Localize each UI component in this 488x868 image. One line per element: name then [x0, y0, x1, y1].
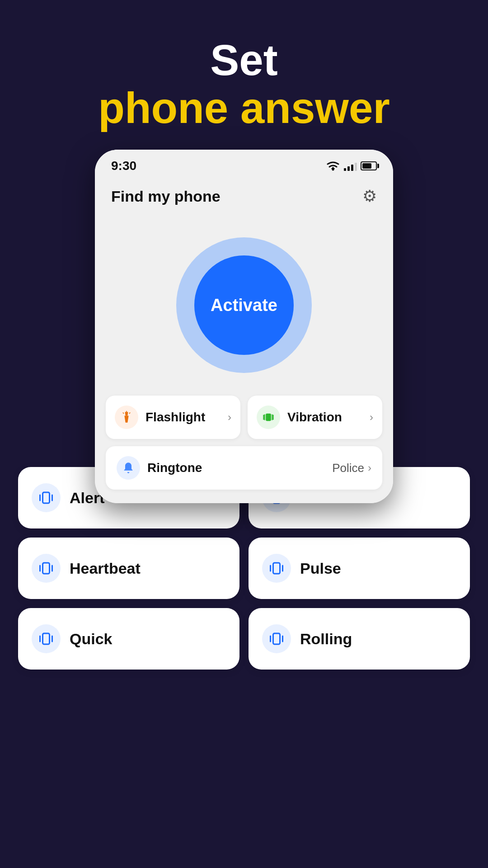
heartbeat-vibrate-icon: [38, 560, 54, 576]
flashlight-card[interactable]: Flashlight ›: [106, 396, 240, 439]
header-section: Set phone answer: [0, 0, 488, 150]
vibration-label: Vibration: [287, 410, 370, 425]
status-time: 9:30: [111, 159, 136, 173]
quick-icon-bg: [32, 624, 61, 653]
svg-rect-21: [43, 633, 50, 644]
rolling-label: Rolling: [300, 630, 352, 648]
bottom-row-2: Heartbeat Pulse: [18, 538, 470, 599]
quick-card[interactable]: Quick: [18, 608, 239, 670]
vibration-icon-bg: [257, 406, 280, 429]
pulse-icon-bg: [262, 554, 291, 583]
app-header: Find my phone ⚙: [95, 178, 393, 210]
title-line1: Set: [27, 36, 461, 84]
rolling-vibrate-icon: [268, 631, 285, 647]
vibration-chevron-icon: ›: [370, 411, 373, 424]
svg-point-0: [332, 169, 334, 171]
alert-vibrate-icon: [38, 490, 54, 506]
pulse-label: Pulse: [300, 560, 341, 577]
ringtone-icon-bg: [117, 456, 140, 480]
title-line2: phone answer: [27, 84, 461, 132]
activate-section: Activate: [95, 210, 393, 396]
pulse-vibrate-icon: [268, 560, 285, 576]
rolling-icon-bg: [262, 624, 291, 653]
options-row-1: Flashlight › Vibration ›: [106, 396, 382, 439]
flashlight-chevron-icon: ›: [228, 411, 231, 424]
pulse-card[interactable]: Pulse: [249, 538, 470, 599]
svg-line-2: [123, 413, 124, 414]
svg-rect-4: [266, 414, 271, 421]
quick-vibrate-icon: [38, 631, 54, 647]
rolling-card[interactable]: Rolling: [249, 608, 470, 670]
bottom-row-3: Quick Rolling: [18, 608, 470, 670]
activate-outer-ring: Activate: [176, 237, 312, 373]
status-icons: [326, 160, 377, 171]
activate-button[interactable]: Activate: [194, 255, 294, 355]
ringtone-chevron-icon: ›: [368, 462, 371, 474]
quick-label: Quick: [70, 630, 112, 648]
vibration-card[interactable]: Vibration ›: [248, 396, 382, 439]
alert-icon-bg: [32, 483, 61, 512]
wifi-icon: [326, 160, 340, 171]
flashlight-label: Flashlight: [145, 410, 228, 425]
ringtone-card[interactable]: Ringtone Police ›: [106, 446, 382, 490]
heartbeat-card[interactable]: Heartbeat: [18, 538, 239, 599]
svg-line-3: [129, 413, 130, 414]
ringtone-icon: [122, 462, 135, 474]
flashlight-icon: [120, 411, 133, 424]
flashlight-icon-bg: [115, 406, 138, 429]
svg-rect-18: [273, 563, 280, 574]
activate-label: Activate: [211, 296, 277, 315]
phone-frame: 9:30 Find my phone ⚙: [95, 150, 393, 503]
app-title: Find my phone: [111, 188, 221, 205]
vibration-icon: [262, 411, 275, 424]
ringtone-label: Ringtone: [147, 461, 332, 475]
heartbeat-icon-bg: [32, 554, 61, 583]
signal-icon: [344, 161, 357, 171]
status-bar: 9:30: [95, 150, 393, 178]
svg-rect-15: [43, 563, 50, 574]
svg-rect-9: [43, 492, 50, 503]
svg-rect-24: [273, 633, 280, 644]
ringtone-value: Police: [332, 461, 364, 475]
options-section: Flashlight › Vibration ›: [95, 396, 393, 503]
settings-gear-icon[interactable]: ⚙: [362, 187, 377, 206]
battery-icon: [361, 161, 377, 170]
heartbeat-label: Heartbeat: [70, 560, 141, 577]
